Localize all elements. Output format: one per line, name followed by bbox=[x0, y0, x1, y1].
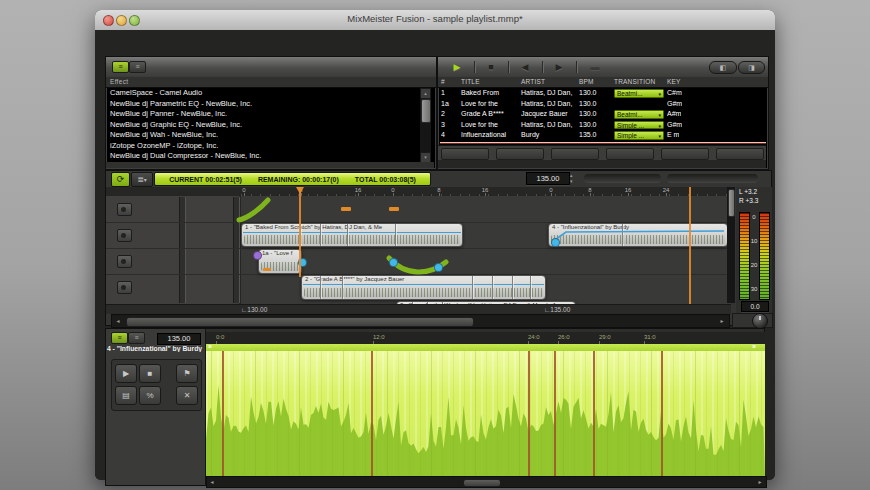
next-track-button[interactable]: ▶ bbox=[546, 60, 572, 74]
time-display-menu-button[interactable]: ≣▾ bbox=[131, 172, 153, 187]
playlist-tool-button[interactable] bbox=[441, 148, 489, 160]
waveform-scrollbar[interactable]: ◂ ▸ bbox=[206, 476, 767, 488]
preview-alt-tab-button[interactable]: ≡ bbox=[128, 332, 145, 344]
scroll-right-icon[interactable]: ▸ bbox=[755, 477, 765, 487]
window-titlebar[interactable]: MixMeister Fusion - sample playlist.mmp* bbox=[95, 10, 775, 31]
effect-list-item[interactable]: NewBlue dj Dual Compressor - NewBlue, In… bbox=[106, 151, 419, 162]
marker-dot-blue[interactable] bbox=[389, 258, 398, 267]
clip-segment-divider[interactable] bbox=[320, 276, 321, 299]
clip-segment-divider[interactable] bbox=[395, 224, 396, 246]
zoom-slider[interactable] bbox=[667, 174, 758, 182]
preview-flag-button[interactable]: ⚑ bbox=[176, 364, 198, 383]
playlist-row[interactable]: 4InfluenzationalBurdy135.0Simple ...▾E m bbox=[438, 130, 766, 141]
preview-bpm-field[interactable]: 135.00 bbox=[157, 333, 201, 345]
playlist-cell: 130.0 bbox=[579, 109, 611, 120]
marker-dot-blue[interactable] bbox=[551, 238, 560, 247]
scrollbar-thumb[interactable] bbox=[126, 317, 474, 327]
playlist-tool-button[interactable] bbox=[716, 148, 764, 160]
playlist-row[interactable]: 1Baked FromHatiras, DJ Dan,130.0Beatmi..… bbox=[438, 88, 766, 99]
clip-segment-divider[interactable] bbox=[347, 224, 348, 246]
clip-segment-divider[interactable] bbox=[320, 224, 321, 246]
effect-list-item[interactable]: NewBlue dj Graphic EQ - NewBlue, Inc. bbox=[106, 120, 419, 131]
preview-close-button[interactable]: ✕ bbox=[176, 386, 198, 405]
playlist-column-header[interactable]: # bbox=[441, 77, 445, 87]
orange-handle[interactable] bbox=[341, 207, 351, 211]
chevron-down-icon: ▾ bbox=[658, 90, 661, 97]
timeline-clip[interactable]: 1 - "Baked From Scratch" by Hatiras, DJ … bbox=[241, 223, 463, 247]
play-button[interactable]: ▶ bbox=[444, 60, 470, 74]
scroll-right-icon[interactable]: ▸ bbox=[717, 316, 727, 326]
playlist-tool-button[interactable] bbox=[661, 148, 709, 160]
waveform-display[interactable] bbox=[206, 351, 765, 476]
preview-stop-button[interactable]: ■ bbox=[139, 364, 161, 383]
playlist-tool-button[interactable] bbox=[606, 148, 654, 160]
playlist-cell: 130.0 bbox=[579, 99, 611, 110]
waveform-ruler[interactable]: 0:012:024:026:029:031:0 bbox=[206, 332, 765, 344]
clip-segment-divider[interactable] bbox=[622, 224, 623, 246]
scrollbar-thumb[interactable] bbox=[728, 189, 735, 217]
playlist-column-header[interactable]: KEY bbox=[667, 77, 681, 87]
effect-list-item[interactable]: iZotope OzoneMP - iZotope, Inc. bbox=[106, 141, 419, 152]
marker-dot-blue[interactable] bbox=[434, 263, 443, 272]
effect-list-item[interactable]: NewBlue dj Parametric EQ - NewBlue, Inc. bbox=[106, 99, 419, 110]
timeline-clip[interactable]: 4 - "Influenzational" by Burdy bbox=[548, 223, 728, 247]
playlist-column-header[interactable]: ARTIST bbox=[521, 77, 545, 87]
preview-grid-button[interactable]: ▤ bbox=[115, 386, 137, 405]
loop-mode-icon[interactable]: ⟳ bbox=[111, 172, 130, 187]
timeline-scrollbar[interactable]: ◂ ▸ bbox=[111, 314, 730, 328]
playlist-column-header[interactable]: TRANSITION bbox=[614, 77, 655, 87]
previous-track-button[interactable]: ◀ bbox=[512, 60, 538, 74]
playlist-tool-button[interactable] bbox=[551, 148, 599, 160]
beat-gridline bbox=[629, 351, 630, 476]
effects-list-tab-button[interactable]: ≡ bbox=[112, 61, 129, 73]
collapse-panel-left-button[interactable]: ◧ bbox=[709, 61, 737, 74]
clip-segment-divider[interactable] bbox=[342, 276, 343, 299]
tempo-marker[interactable]: ∟135.00 bbox=[544, 306, 570, 313]
ruler-tick-label: 16 bbox=[625, 187, 632, 193]
timeline-clip[interactable]: 2 - "Grade A B****" by Jacquez Bauer bbox=[301, 275, 546, 300]
preview-percent-button[interactable]: % bbox=[139, 386, 161, 405]
scrollbar-thumb[interactable] bbox=[421, 99, 431, 123]
bpm-stepper[interactable]: ▴▾ bbox=[570, 172, 573, 184]
transition-dropdown[interactable]: Simple ...▾ bbox=[614, 121, 664, 130]
clip-label: 1 - "Baked From Scratch" by Hatiras, DJ … bbox=[245, 224, 460, 230]
orange-handle[interactable] bbox=[389, 207, 399, 211]
clip-segment-divider[interactable] bbox=[530, 276, 531, 299]
playlist-row[interactable]: 3Love for theHatiras, DJ Dan,130.0Simple… bbox=[438, 120, 766, 131]
timeline-vscrollbar[interactable] bbox=[727, 187, 735, 303]
record-button[interactable]: ▬ bbox=[582, 60, 608, 74]
scroll-up-icon[interactable]: ▴ bbox=[420, 88, 431, 99]
tempo-knob[interactable] bbox=[752, 313, 768, 329]
effect-list-item[interactable]: NewBlue dj Wah - NewBlue, Inc. bbox=[106, 130, 419, 141]
preview-tab-button[interactable]: ≡ bbox=[111, 332, 128, 344]
orange-handle[interactable] bbox=[263, 268, 271, 271]
scroll-left-icon[interactable]: ◂ bbox=[207, 477, 217, 487]
playlist-row[interactable]: 2Grade A B****Jacquez Bauer130.0Beatmi..… bbox=[438, 109, 766, 120]
playlist-column-header[interactable]: TITLE bbox=[461, 77, 480, 87]
playlist-cell: Hatiras, DJ Dan, bbox=[521, 99, 576, 110]
transition-dropdown[interactable]: Beatmi...▾ bbox=[614, 89, 664, 98]
stop-button[interactable]: ■ bbox=[478, 60, 504, 74]
master-bpm-field[interactable]: 135.00 bbox=[526, 172, 570, 185]
tempo-marker[interactable]: ∟130.00 bbox=[241, 306, 267, 313]
collapse-panel-right-button[interactable]: ◨ bbox=[738, 61, 765, 74]
clip-label: 2 - "Grade A B****" by Jacquez Bauer bbox=[305, 276, 543, 282]
effects-scrollbar[interactable]: ▴ ▾ bbox=[420, 88, 431, 162]
clip-segment-divider[interactable] bbox=[492, 276, 493, 299]
marker-dot-purple[interactable] bbox=[253, 251, 262, 260]
scrollbar-thumb[interactable] bbox=[463, 479, 501, 487]
clip-segment-divider[interactable] bbox=[472, 276, 473, 299]
tempo-slider[interactable] bbox=[584, 174, 661, 182]
preview-play-button[interactable]: ▶ bbox=[115, 364, 137, 383]
playlist-tool-button[interactable] bbox=[496, 148, 544, 160]
transition-dropdown[interactable]: Simple ...▾ bbox=[614, 131, 664, 140]
effects-browser-tab-button[interactable]: ≡ bbox=[129, 61, 146, 73]
playlist-column-header[interactable]: BPM bbox=[579, 77, 594, 87]
playlist-row[interactable]: 1aLove for theHatiras, DJ Dan,130.0G#m bbox=[438, 99, 766, 110]
clip-segment-divider[interactable] bbox=[512, 276, 513, 299]
effect-list-item[interactable]: NewBlue dj Panner - NewBlue, Inc. bbox=[106, 109, 419, 120]
scroll-left-icon[interactable]: ◂ bbox=[113, 316, 123, 326]
meter-left-readout: L +3.2 bbox=[739, 188, 757, 195]
transition-dropdown[interactable]: Beatmi...▾ bbox=[614, 110, 664, 119]
effect-list-item[interactable]: CamelSpace - Camel Audio bbox=[106, 88, 419, 99]
